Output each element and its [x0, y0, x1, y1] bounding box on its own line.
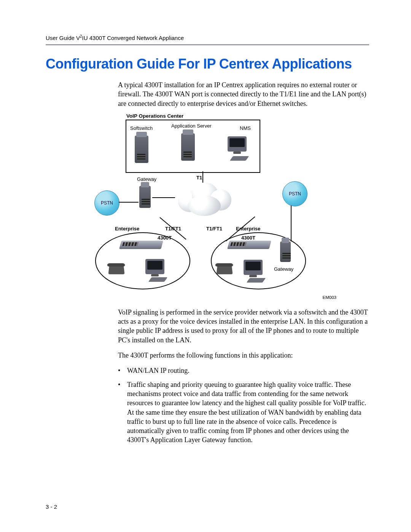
keyboard-icon	[148, 277, 167, 282]
ops-center-title: VoIP Operations Center	[126, 113, 183, 120]
paragraph-functions-intro: The 4300T performs the following functio…	[118, 351, 369, 360]
diagram-code: EM003	[323, 295, 336, 301]
appliance-icon	[119, 241, 163, 249]
label-app-server: Application Server	[171, 123, 212, 129]
network-diagram: VoIP Operations Center Softswitch Applic…	[103, 114, 369, 301]
running-head: User Guide V2IU 4300T Converged Network …	[46, 34, 369, 41]
appliance-icon	[227, 241, 271, 249]
label-gateway-right: Gateway	[274, 266, 293, 273]
list-item: Traffic shaping and priority queuing to …	[118, 380, 369, 445]
page-number: 3 - 2	[46, 503, 57, 510]
label-softswitch: Softswitch	[130, 125, 153, 132]
pstn-right: PSTN	[282, 181, 307, 206]
phone-icon	[216, 265, 233, 274]
monitor-icon	[228, 136, 247, 152]
functions-list: WAN/LAN IP routing. Traffic shaping and …	[118, 366, 369, 444]
label-4300t-right: 4300T	[241, 235, 255, 241]
keyboard-icon	[247, 278, 266, 283]
paragraph-signaling: VoIP signaling is performed in the servi…	[118, 308, 369, 345]
connector	[291, 206, 292, 241]
label-enterprise-right: Enterprise	[236, 225, 260, 232]
label-enterprise-left: Enterprise	[115, 225, 139, 232]
connector	[119, 202, 139, 203]
phone-icon	[108, 265, 124, 274]
cloud-icon	[174, 180, 231, 217]
server-icon	[181, 133, 195, 161]
list-item: WAN/LAN IP routing.	[118, 366, 369, 375]
header-rule	[46, 44, 369, 45]
label-t1ft1-left: T1/FT1	[165, 225, 181, 232]
monitor-icon	[244, 260, 263, 275]
label-4300t-left: 4300T	[158, 235, 172, 241]
server-icon	[135, 136, 148, 163]
label-gateway-center: Gateway	[137, 176, 156, 183]
pstn-left: PSTN	[94, 190, 119, 216]
intro-paragraph: A typical 4300T installation for an IP C…	[118, 80, 369, 108]
connector	[152, 197, 175, 198]
keyboard-icon	[230, 156, 249, 161]
monitor-icon	[145, 259, 164, 274]
server-icon	[139, 186, 151, 208]
label-t1ft1-right: T1/FT1	[206, 225, 222, 232]
label-nms: NMS	[240, 125, 251, 132]
page-title: Configuration Guide For IP Centrex Appli…	[46, 56, 369, 72]
server-icon	[280, 241, 291, 262]
